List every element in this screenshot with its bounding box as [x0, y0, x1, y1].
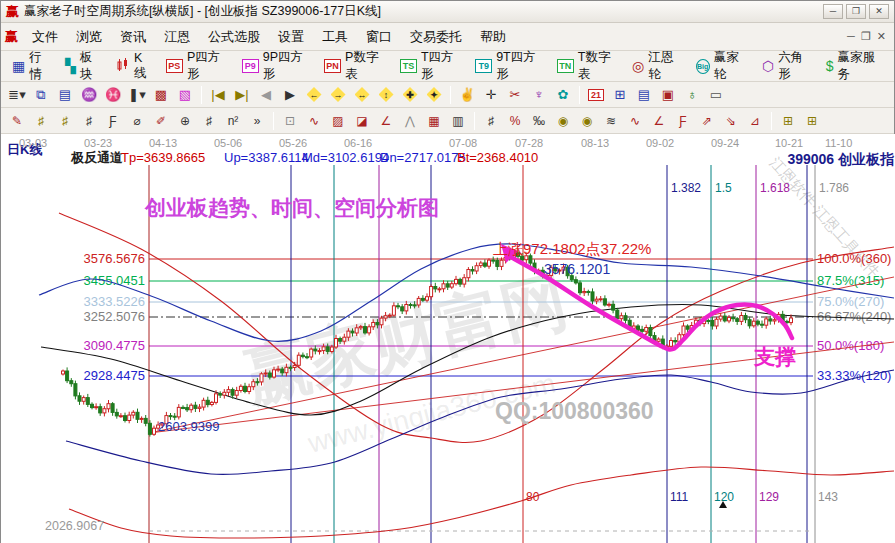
- draw-tool-button[interactable]: ▨: [327, 111, 349, 130]
- jump-left-button[interactable]: ←: [303, 85, 325, 105]
- draw-tool-button[interactable]: n²: [222, 111, 244, 130]
- web-button[interactable]: ♁: [681, 85, 703, 105]
- save-button[interactable]: ▣: [657, 85, 679, 105]
- color-chart-button[interactable]: ▧: [174, 85, 196, 105]
- draw-tool-button[interactable]: ⊞: [801, 111, 823, 130]
- draw-tool-button[interactable]: ⇗: [696, 111, 718, 130]
- draw-tool-button[interactable]: ◉: [552, 111, 574, 130]
- draw-tool-button[interactable]: »: [246, 111, 268, 130]
- draw-tool-button[interactable]: Ƒ: [102, 111, 124, 130]
- menu-item[interactable]: 窗口: [357, 24, 401, 50]
- gann-wheel-button[interactable]: ◎江恩轮: [625, 54, 689, 78]
- nav-next-button[interactable]: ▶: [279, 85, 301, 105]
- expand-v-button[interactable]: ↕: [375, 85, 397, 105]
- draw-tool-button[interactable]: ≋: [600, 111, 622, 130]
- draw-tool-button[interactable]: ▥: [447, 111, 469, 130]
- draw-tool-button[interactable]: ∿: [624, 111, 646, 130]
- kline-style-button[interactable]: ≣▾: [6, 85, 28, 105]
- nav-first-button[interactable]: |◀: [207, 85, 229, 105]
- date-axis-label: 11-10: [825, 137, 852, 149]
- expand-h-button[interactable]: ↔: [351, 85, 373, 105]
- cycle-9-button[interactable]: ♓: [102, 85, 124, 105]
- 9p-square-button[interactable]: P99P四方形: [235, 54, 317, 78]
- bottom-price-label: 2026.9067: [45, 519, 104, 533]
- 9t-square-button[interactable]: T99T四方形: [468, 54, 550, 78]
- percent-label: 75.0%(270): [817, 294, 884, 309]
- info-panel-button[interactable]: ▤: [54, 85, 76, 105]
- nav-last-button[interactable]: ▶|: [231, 85, 253, 105]
- menu-item[interactable]: 资讯: [111, 24, 155, 50]
- draw-tool-button[interactable]: ∠: [648, 111, 670, 130]
- draw-tool-button[interactable]: ‰: [528, 111, 550, 130]
- crosshair-tool-button[interactable]: ✛: [480, 85, 502, 105]
- draw-tool-button[interactable]: ⋀: [399, 111, 421, 130]
- winner-service-button[interactable]: $赢家服务: [819, 54, 890, 78]
- draw-tool-button[interactable]: ⊕: [174, 111, 196, 130]
- restore-button[interactable]: ❐: [846, 4, 866, 19]
- draw-tool-button[interactable]: ♯: [198, 111, 220, 130]
- draw-tool-button[interactable]: ∠: [375, 111, 397, 130]
- nav-prev-button[interactable]: ◀: [255, 85, 277, 105]
- mdi-minimize-button[interactable]: ─: [847, 30, 855, 43]
- winner-wheel-button[interactable]: Big赢家轮: [689, 54, 755, 78]
- zoom-window-button[interactable]: ⧉: [30, 85, 52, 105]
- draw-tool-button[interactable]: ⇘: [720, 111, 742, 130]
- computer-button[interactable]: ▭: [705, 85, 727, 105]
- notes-button[interactable]: ▤: [633, 85, 655, 105]
- center-button[interactable]: ✚: [399, 85, 421, 105]
- draw-tool-button[interactable]: ♯: [30, 111, 52, 130]
- kline-button[interactable]: K线: [109, 54, 159, 78]
- calculator-button[interactable]: ⊞: [609, 85, 631, 105]
- p-square-button[interactable]: PSP四方形: [159, 54, 235, 78]
- menu-item[interactable]: 交易委托: [401, 24, 471, 50]
- draw-tool-button[interactable]: ♯: [78, 111, 100, 130]
- draw-tool-button[interactable]: ◪: [351, 111, 373, 130]
- date-axis-label: 07-08: [449, 137, 477, 149]
- chart-area[interactable]: 赢家财富网www.yingjia360.com江恩软件·江恩工具软件日K线03-…: [1, 134, 895, 543]
- minimize-button[interactable]: ─: [823, 4, 843, 19]
- hexagon-button[interactable]: ⬡六角形: [755, 54, 819, 78]
- p-table-button[interactable]: PNP数字表: [317, 54, 393, 78]
- view-button[interactable]: ▩: [150, 85, 172, 105]
- calendar-button[interactable]: 21: [585, 85, 607, 105]
- cycle-count-label: 111: [670, 490, 689, 504]
- draw-tool-button[interactable]: ♯: [54, 111, 76, 130]
- toolbar-separator: [474, 112, 475, 130]
- quotes-button[interactable]: ▦行情: [5, 54, 58, 78]
- draw-tool-button[interactable]: ◉: [576, 111, 598, 130]
- draw-tool-button[interactable]: ⌀: [126, 111, 148, 130]
- stats-tool-button[interactable]: ✿: [552, 85, 574, 105]
- close-button[interactable]: ✕: [869, 4, 889, 19]
- menu-item[interactable]: 设置: [269, 24, 313, 50]
- draw-tool-button[interactable]: ♯: [480, 111, 502, 130]
- draw-tool-button[interactable]: ⊞: [777, 111, 799, 130]
- mdi-close-button[interactable]: ✕: [877, 30, 886, 43]
- menu-item[interactable]: 公式选股: [199, 24, 269, 50]
- draw-tool-button[interactable]: ⊡: [279, 111, 301, 130]
- draw-tool-button[interactable]: Ƒ: [672, 111, 694, 130]
- draw-tool-button[interactable]: ⊿: [744, 111, 766, 130]
- menu-item[interactable]: 江恩: [155, 24, 199, 50]
- sectors-button[interactable]: ▚板块: [58, 54, 109, 78]
- fit-button[interactable]: ✦: [423, 85, 445, 105]
- indicator-value: Bt=2368.4010: [457, 150, 538, 165]
- menu-item[interactable]: 工具: [313, 24, 357, 50]
- draw-tool-button[interactable]: ✎: [6, 111, 28, 130]
- menu-item[interactable]: 帮助: [471, 24, 515, 50]
- t-square-button[interactable]: TST四方形: [393, 54, 468, 78]
- draw-tool-button[interactable]: ▦: [423, 111, 445, 130]
- menu-item[interactable]: 浏览: [67, 24, 111, 50]
- ratio-label: 1.786: [819, 181, 849, 195]
- candle-width-button[interactable]: ❚▾: [126, 85, 148, 105]
- hand-tool-button[interactable]: ✌: [456, 85, 478, 105]
- band-tool-button[interactable]: ♆: [528, 85, 550, 105]
- t-table-button[interactable]: TNT数字表: [550, 54, 625, 78]
- draw-tool-button[interactable]: ∿: [303, 111, 325, 130]
- draw-tool-button[interactable]: ✐: [150, 111, 172, 130]
- cycle-3-button[interactable]: ♒: [78, 85, 100, 105]
- menu-item[interactable]: 文件: [23, 24, 67, 50]
- draw-tool-button[interactable]: %: [504, 111, 526, 130]
- angle-tool-button[interactable]: ✂: [504, 85, 526, 105]
- jump-right-button[interactable]: →: [327, 85, 349, 105]
- mdi-restore-button[interactable]: ❐: [861, 30, 871, 43]
